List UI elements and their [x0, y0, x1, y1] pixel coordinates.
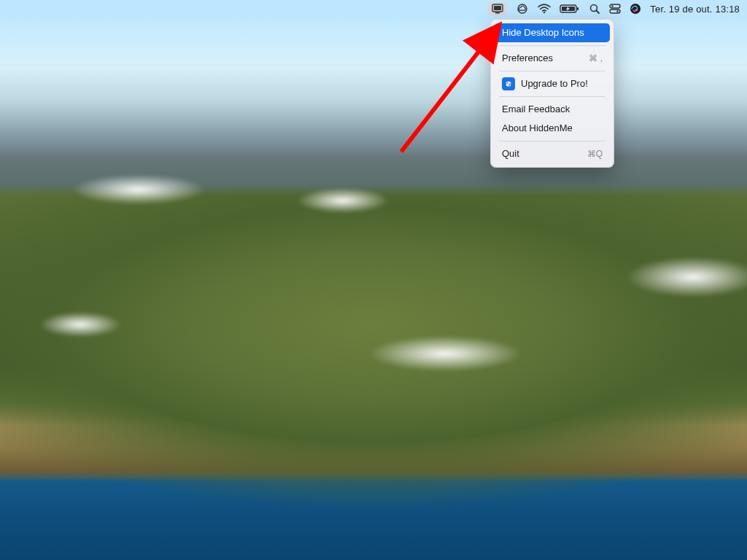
svg-point-11: [611, 5, 614, 7]
hiddenme-menu: Hide Desktop Icons Preferences ⌘ , ⎚ Upg…: [490, 19, 614, 168]
svg-rect-10: [610, 4, 620, 8]
menu-item-label: Preferences: [502, 52, 553, 65]
wifi-icon[interactable]: [538, 2, 551, 15]
creative-cloud-icon[interactable]: [516, 2, 529, 15]
menu-item-preferences[interactable]: Preferences ⌘ ,: [495, 49, 610, 68]
svg-rect-12: [610, 9, 620, 13]
battery-charging-icon[interactable]: [560, 2, 580, 15]
menu-separator: [499, 71, 605, 71]
menu-item-shortcut: ⌘ ,: [589, 52, 603, 65]
menu-item-label: Upgrade to Pro!: [521, 77, 588, 90]
menu-separator: [499, 96, 605, 97]
menu-item-upgrade-pro[interactable]: ⎚ Upgrade to Pro!: [495, 74, 610, 93]
cloud-decoration: [44, 168, 233, 211]
svg-rect-1: [494, 6, 501, 10]
menu-bar-clock[interactable]: Ter. 19 de out. 13:18: [650, 4, 740, 15]
menu-item-about[interactable]: About HiddenMe: [495, 119, 610, 138]
hiddenme-status-icon[interactable]: [488, 2, 507, 15]
menu-item-label: Email Feedback: [502, 103, 570, 116]
menu-separator: [499, 45, 605, 46]
svg-line-9: [597, 11, 600, 14]
menu-item-label: About HiddenMe: [502, 122, 573, 135]
pro-badge-icon: ⎚: [502, 77, 515, 90]
menu-item-label: Hide Desktop Icons: [502, 26, 584, 39]
siri-icon[interactable]: [630, 2, 641, 15]
cloud-decoration: [598, 248, 747, 306]
cloud-decoration: [277, 182, 409, 219]
cloud-decoration: [336, 328, 554, 379]
svg-rect-2: [495, 12, 500, 14]
spotlight-icon[interactable]: [589, 2, 600, 15]
svg-point-4: [543, 12, 545, 13]
menu-item-label: Quit: [502, 147, 519, 160]
menu-item-hide-desktop-icons[interactable]: Hide Desktop Icons: [495, 23, 610, 42]
cloud-decoration: [22, 306, 139, 343]
menu-item-email-feedback[interactable]: Email Feedback: [495, 100, 610, 119]
control-center-icon[interactable]: [609, 2, 621, 15]
menu-separator: [499, 141, 605, 141]
menu-item-quit[interactable]: Quit ⌘Q: [495, 144, 610, 163]
menu-item-shortcut: ⌘Q: [587, 147, 603, 160]
svg-point-13: [616, 10, 619, 12]
svg-rect-6: [577, 7, 578, 10]
menu-bar: Ter. 19 de out. 13:18: [0, 0, 747, 18]
